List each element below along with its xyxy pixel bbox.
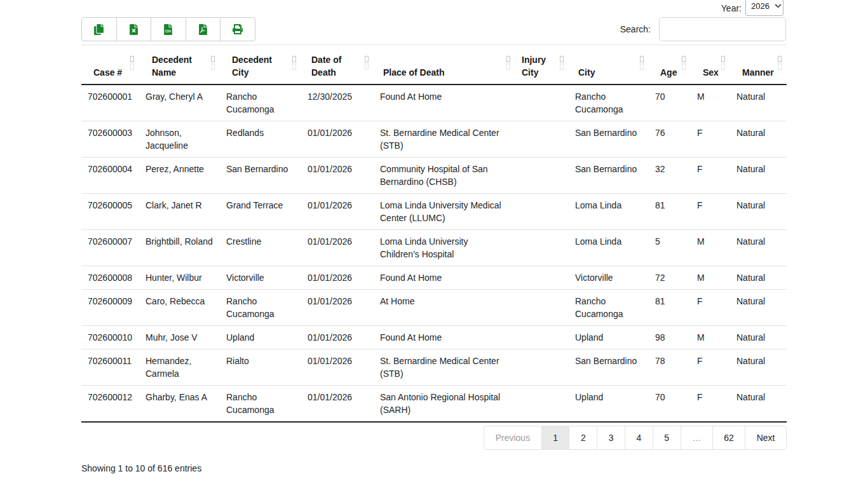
svg-text:CSV: CSV	[165, 29, 172, 32]
